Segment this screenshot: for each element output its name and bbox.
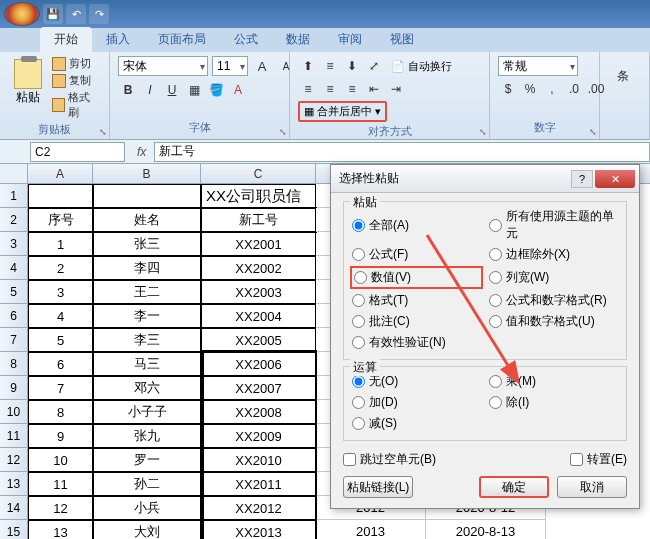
cell[interactable]: 小子子 [93, 400, 201, 424]
radio-vnum[interactable]: 值和数字格式(U) [489, 313, 618, 330]
bold-button[interactable]: B [118, 80, 138, 100]
cell[interactable] [93, 184, 201, 208]
increase-indent-button[interactable]: ⇥ [386, 79, 406, 99]
cell[interactable]: 罗一 [93, 448, 201, 472]
name-box[interactable]: C2 [30, 142, 125, 162]
cell[interactable]: 孙二 [93, 472, 201, 496]
cell[interactable]: 姓名 [93, 208, 201, 232]
tab-formulas[interactable]: 公式 [220, 27, 272, 52]
cell[interactable]: 12 [28, 496, 93, 520]
cell[interactable]: XX2011 [201, 472, 316, 496]
tab-home[interactable]: 开始 [40, 27, 92, 52]
cancel-button[interactable]: 取消 [557, 476, 627, 498]
cell[interactable]: 3 [28, 280, 93, 304]
number-format-combo[interactable]: 常规 [498, 56, 578, 76]
currency-button[interactable]: $ [498, 79, 518, 99]
cell[interactable]: 张三 [93, 232, 201, 256]
row-header[interactable]: 9 [0, 376, 28, 400]
cell[interactable]: 李三 [93, 328, 201, 352]
align-top-button[interactable]: ⬆ [298, 56, 318, 76]
cell[interactable]: 序号 [28, 208, 93, 232]
ok-button[interactable]: 确定 [479, 476, 549, 498]
radio-op-div[interactable]: 除(I) [489, 394, 618, 411]
row-header[interactable]: 1 [0, 184, 28, 208]
radio-formats[interactable]: 格式(T) [352, 292, 481, 309]
cell[interactable]: 11 [28, 472, 93, 496]
paste-button[interactable]: 粘贴 [8, 56, 48, 108]
cell[interactable]: 5 [28, 328, 93, 352]
dialog-launcher-icon[interactable]: ⤡ [99, 127, 107, 137]
fill-color-button[interactable]: 🪣 [206, 80, 226, 100]
row-header[interactable]: 10 [0, 400, 28, 424]
radio-colwidth[interactable]: 列宽(W) [489, 267, 618, 288]
col-header-a[interactable]: A [28, 164, 93, 183]
wrap-text-button[interactable]: 📄自动换行 [386, 57, 457, 76]
border-button[interactable]: ▦ [184, 80, 204, 100]
row-header[interactable]: 14 [0, 496, 28, 520]
radio-op-mul[interactable]: 乘(M) [489, 373, 618, 390]
cell[interactable]: 马三 [93, 352, 201, 376]
cell[interactable]: XX2006 [201, 352, 316, 376]
font-name-combo[interactable]: 宋体 [118, 56, 208, 76]
cell[interactable]: XX2001 [201, 232, 316, 256]
cell[interactable]: 邓六 [93, 376, 201, 400]
qat-redo-icon[interactable]: ↷ [89, 4, 109, 24]
copy-button[interactable]: 复制 [52, 73, 101, 88]
grow-font-button[interactable]: A [252, 56, 272, 76]
check-transpose[interactable]: 转置(E) [570, 451, 627, 468]
increase-decimal-button[interactable]: .0 [564, 79, 584, 99]
cell[interactable]: 李四 [93, 256, 201, 280]
cell[interactable]: 10 [28, 448, 93, 472]
cell[interactable]: 王二 [93, 280, 201, 304]
radio-formulas[interactable]: 公式(F) [352, 246, 481, 263]
row-header[interactable]: 5 [0, 280, 28, 304]
conditional-format-button[interactable]: 条 [608, 56, 638, 96]
cell[interactable]: XX2002 [201, 256, 316, 280]
radio-theme[interactable]: 所有使用源主题的单元 [489, 208, 618, 242]
cell[interactable] [28, 184, 93, 208]
orientation-button[interactable]: ⤢ [364, 56, 384, 76]
cell[interactable]: 13 [28, 520, 93, 539]
tab-data[interactable]: 数据 [272, 27, 324, 52]
radio-all[interactable]: 全部(A) [352, 208, 481, 242]
cell[interactable]: XX公司职员信 [201, 184, 316, 208]
cell[interactable]: XX2009 [201, 424, 316, 448]
row-header[interactable]: 2 [0, 208, 28, 232]
cell[interactable]: XX2010 [201, 448, 316, 472]
row-header[interactable]: 7 [0, 328, 28, 352]
tab-page-layout[interactable]: 页面布局 [144, 27, 220, 52]
cell[interactable]: 7 [28, 376, 93, 400]
cell[interactable]: 1 [28, 232, 93, 256]
cell[interactable]: XX2007 [201, 376, 316, 400]
check-skip-blanks[interactable]: 跳过空单元(B) [343, 451, 436, 468]
cell[interactable]: 2 [28, 256, 93, 280]
help-button[interactable]: ? [571, 170, 593, 188]
cell[interactable]: 6 [28, 352, 93, 376]
cell[interactable]: XX2012 [201, 496, 316, 520]
radio-comments[interactable]: 批注(C) [352, 313, 481, 330]
merge-center-button[interactable]: ▦合并后居中▾ [298, 101, 387, 122]
radio-values[interactable]: 数值(V) [350, 266, 483, 289]
cell[interactable]: 李一 [93, 304, 201, 328]
select-all-corner[interactable] [0, 164, 28, 183]
dialog-launcher-icon[interactable]: ⤡ [279, 127, 287, 137]
radio-fnum[interactable]: 公式和数字格式(R) [489, 292, 618, 309]
row-header[interactable]: 15 [0, 520, 28, 539]
tab-review[interactable]: 审阅 [324, 27, 376, 52]
cell[interactable]: XX2004 [201, 304, 316, 328]
radio-noborder[interactable]: 边框除外(X) [489, 246, 618, 263]
cell[interactable]: 大刘 [93, 520, 201, 539]
cell[interactable]: 8 [28, 400, 93, 424]
paste-link-button[interactable]: 粘贴链接(L) [343, 476, 413, 498]
row-header[interactable]: 13 [0, 472, 28, 496]
decrease-indent-button[interactable]: ⇤ [364, 79, 384, 99]
underline-button[interactable]: U [162, 80, 182, 100]
format-painter-button[interactable]: 格式刷 [52, 90, 101, 120]
align-right-button[interactable]: ≡ [342, 79, 362, 99]
radio-op-sub[interactable]: 减(S) [352, 415, 481, 432]
align-left-button[interactable]: ≡ [298, 79, 318, 99]
qat-save-icon[interactable]: 💾 [43, 4, 63, 24]
percent-button[interactable]: % [520, 79, 540, 99]
font-color-button[interactable]: A [228, 80, 248, 100]
cell[interactable]: XX2005 [201, 328, 316, 352]
